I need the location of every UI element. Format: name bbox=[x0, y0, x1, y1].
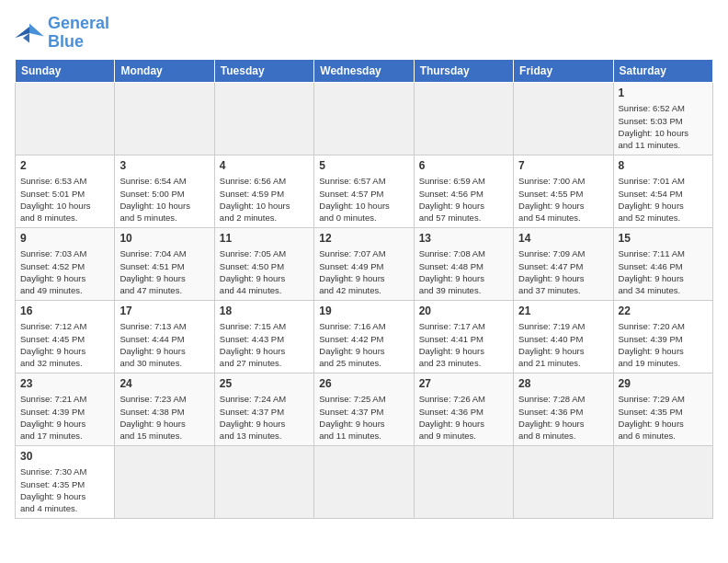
calendar-week-6: 30Sunrise: 7:30 AM Sunset: 4:35 PM Dayli… bbox=[16, 445, 713, 518]
day-info: Sunrise: 7:12 AM Sunset: 4:45 PM Dayligh… bbox=[20, 320, 109, 369]
calendar-cell: 9Sunrise: 7:03 AM Sunset: 4:52 PM Daylig… bbox=[16, 227, 115, 300]
calendar-cell bbox=[613, 445, 712, 518]
calendar-week-3: 9Sunrise: 7:03 AM Sunset: 4:52 PM Daylig… bbox=[16, 227, 713, 300]
day-info: Sunrise: 6:52 AM Sunset: 5:03 PM Dayligh… bbox=[619, 102, 708, 151]
day-info: Sunrise: 6:53 AM Sunset: 5:01 PM Dayligh… bbox=[20, 175, 109, 224]
day-number: 27 bbox=[419, 376, 508, 392]
day-info: Sunrise: 7:29 AM Sunset: 4:35 PM Dayligh… bbox=[619, 393, 708, 442]
calendar-cell bbox=[514, 82, 613, 155]
day-number: 24 bbox=[119, 376, 209, 392]
calendar-cell: 6Sunrise: 6:59 AM Sunset: 4:56 PM Daylig… bbox=[414, 155, 513, 227]
calendar-cell: 11Sunrise: 7:05 AM Sunset: 4:50 PM Dayli… bbox=[214, 227, 313, 300]
calendar-cell: 20Sunrise: 7:17 AM Sunset: 4:41 PM Dayli… bbox=[414, 300, 513, 373]
header-cell-tuesday: Tuesday bbox=[214, 59, 313, 82]
day-info: Sunrise: 7:08 AM Sunset: 4:48 PM Dayligh… bbox=[419, 247, 508, 296]
day-info: Sunrise: 7:20 AM Sunset: 4:39 PM Dayligh… bbox=[619, 320, 708, 369]
calendar-cell: 16Sunrise: 7:12 AM Sunset: 4:45 PM Dayli… bbox=[16, 300, 115, 373]
day-info: Sunrise: 7:30 AM Sunset: 4:35 PM Dayligh… bbox=[20, 465, 109, 514]
calendar-header-row: SundayMondayTuesdayWednesdayThursdayFrid… bbox=[16, 59, 713, 82]
day-number: 18 bbox=[220, 304, 309, 319]
day-info: Sunrise: 7:17 AM Sunset: 4:41 PM Dayligh… bbox=[419, 320, 508, 369]
calendar-cell: 23Sunrise: 7:21 AM Sunset: 4:39 PM Dayli… bbox=[16, 373, 115, 445]
day-info: Sunrise: 7:11 AM Sunset: 4:46 PM Dayligh… bbox=[619, 247, 708, 296]
day-number: 19 bbox=[319, 304, 408, 319]
calendar-cell: 15Sunrise: 7:11 AM Sunset: 4:46 PM Dayli… bbox=[613, 227, 712, 300]
day-info: Sunrise: 7:05 AM Sunset: 4:50 PM Dayligh… bbox=[220, 247, 309, 296]
day-info: Sunrise: 7:21 AM Sunset: 4:39 PM Dayligh… bbox=[20, 393, 109, 442]
day-info: Sunrise: 7:16 AM Sunset: 4:42 PM Dayligh… bbox=[319, 320, 408, 369]
calendar-cell: 19Sunrise: 7:16 AM Sunset: 4:42 PM Dayli… bbox=[314, 300, 414, 373]
day-info: Sunrise: 7:00 AM Sunset: 4:55 PM Dayligh… bbox=[518, 175, 608, 224]
header-cell-wednesday: Wednesday bbox=[314, 59, 414, 82]
day-number: 15 bbox=[619, 231, 708, 247]
day-info: Sunrise: 6:56 AM Sunset: 4:59 PM Dayligh… bbox=[220, 175, 309, 224]
header-cell-friday: Friday bbox=[514, 59, 613, 82]
day-number: 11 bbox=[220, 231, 309, 247]
day-info: Sunrise: 6:57 AM Sunset: 4:57 PM Dayligh… bbox=[319, 175, 408, 224]
calendar-cell bbox=[514, 445, 613, 518]
day-number: 5 bbox=[319, 158, 408, 174]
day-number: 14 bbox=[518, 231, 608, 247]
calendar-cell: 13Sunrise: 7:08 AM Sunset: 4:48 PM Dayli… bbox=[414, 227, 513, 300]
day-number: 30 bbox=[20, 449, 109, 465]
day-info: Sunrise: 7:24 AM Sunset: 4:37 PM Dayligh… bbox=[220, 393, 309, 442]
day-info: Sunrise: 7:07 AM Sunset: 4:49 PM Dayligh… bbox=[319, 247, 408, 296]
header-cell-saturday: Saturday bbox=[613, 59, 712, 82]
day-number: 21 bbox=[518, 304, 608, 319]
day-info: Sunrise: 7:15 AM Sunset: 4:43 PM Dayligh… bbox=[220, 320, 309, 369]
calendar-week-2: 2Sunrise: 6:53 AM Sunset: 5:01 PM Daylig… bbox=[16, 155, 713, 227]
day-number: 3 bbox=[119, 158, 209, 174]
calendar-cell: 21Sunrise: 7:19 AM Sunset: 4:40 PM Dayli… bbox=[514, 300, 613, 373]
day-info: Sunrise: 7:04 AM Sunset: 4:51 PM Dayligh… bbox=[119, 247, 209, 296]
calendar-cell: 5Sunrise: 6:57 AM Sunset: 4:57 PM Daylig… bbox=[314, 155, 414, 227]
day-number: 25 bbox=[220, 376, 309, 392]
day-number: 6 bbox=[419, 158, 508, 174]
calendar-cell: 28Sunrise: 7:28 AM Sunset: 4:36 PM Dayli… bbox=[514, 373, 613, 445]
header-cell-sunday: Sunday bbox=[16, 59, 115, 82]
day-info: Sunrise: 7:13 AM Sunset: 4:44 PM Dayligh… bbox=[119, 320, 209, 369]
day-number: 29 bbox=[619, 376, 708, 392]
calendar-cell: 4Sunrise: 6:56 AM Sunset: 4:59 PM Daylig… bbox=[214, 155, 313, 227]
day-number: 22 bbox=[619, 304, 708, 319]
day-info: Sunrise: 7:03 AM Sunset: 4:52 PM Dayligh… bbox=[20, 247, 109, 296]
day-number: 16 bbox=[20, 304, 109, 319]
day-number: 7 bbox=[518, 158, 608, 174]
day-info: Sunrise: 7:25 AM Sunset: 4:37 PM Dayligh… bbox=[319, 393, 408, 442]
calendar-cell: 14Sunrise: 7:09 AM Sunset: 4:47 PM Dayli… bbox=[514, 227, 613, 300]
day-info: Sunrise: 7:26 AM Sunset: 4:36 PM Dayligh… bbox=[419, 393, 508, 442]
calendar-cell: 3Sunrise: 6:54 AM Sunset: 5:00 PM Daylig… bbox=[115, 155, 214, 227]
day-info: Sunrise: 7:01 AM Sunset: 4:54 PM Dayligh… bbox=[619, 175, 708, 224]
calendar-cell bbox=[414, 445, 513, 518]
calendar-cell: 10Sunrise: 7:04 AM Sunset: 4:51 PM Dayli… bbox=[115, 227, 214, 300]
calendar-cell: 8Sunrise: 7:01 AM Sunset: 4:54 PM Daylig… bbox=[613, 155, 712, 227]
day-info: Sunrise: 7:09 AM Sunset: 4:47 PM Dayligh… bbox=[518, 247, 608, 296]
day-number: 2 bbox=[20, 158, 109, 174]
calendar-body: 1Sunrise: 6:52 AM Sunset: 5:03 PM Daylig… bbox=[16, 82, 713, 518]
calendar-cell: 1Sunrise: 6:52 AM Sunset: 5:03 PM Daylig… bbox=[613, 82, 712, 155]
calendar-cell: 17Sunrise: 7:13 AM Sunset: 4:44 PM Dayli… bbox=[115, 300, 214, 373]
day-info: Sunrise: 6:54 AM Sunset: 5:00 PM Dayligh… bbox=[119, 175, 209, 224]
calendar-cell bbox=[115, 445, 214, 518]
calendar-cell bbox=[314, 82, 414, 155]
day-number: 12 bbox=[319, 231, 408, 247]
calendar-table: SundayMondayTuesdayWednesdayThursdayFrid… bbox=[15, 59, 713, 519]
logo: GeneralBlue bbox=[15, 15, 109, 52]
header-cell-thursday: Thursday bbox=[414, 59, 513, 82]
calendar-cell bbox=[214, 82, 313, 155]
day-number: 4 bbox=[220, 158, 309, 174]
logo-icon bbox=[15, 20, 44, 46]
calendar-cell bbox=[16, 82, 115, 155]
calendar-week-4: 16Sunrise: 7:12 AM Sunset: 4:45 PM Dayli… bbox=[16, 300, 713, 373]
header-cell-monday: Monday bbox=[115, 59, 214, 82]
day-info: Sunrise: 7:19 AM Sunset: 4:40 PM Dayligh… bbox=[518, 320, 608, 369]
day-number: 10 bbox=[119, 231, 209, 247]
day-info: Sunrise: 7:23 AM Sunset: 4:38 PM Dayligh… bbox=[119, 393, 209, 442]
day-number: 8 bbox=[619, 158, 708, 174]
day-number: 23 bbox=[20, 376, 109, 392]
day-number: 9 bbox=[20, 231, 109, 247]
calendar-cell: 18Sunrise: 7:15 AM Sunset: 4:43 PM Dayli… bbox=[214, 300, 313, 373]
calendar-cell bbox=[414, 82, 513, 155]
calendar-cell bbox=[115, 82, 214, 155]
day-number: 26 bbox=[319, 376, 408, 392]
calendar-cell: 26Sunrise: 7:25 AM Sunset: 4:37 PM Dayli… bbox=[314, 373, 414, 445]
